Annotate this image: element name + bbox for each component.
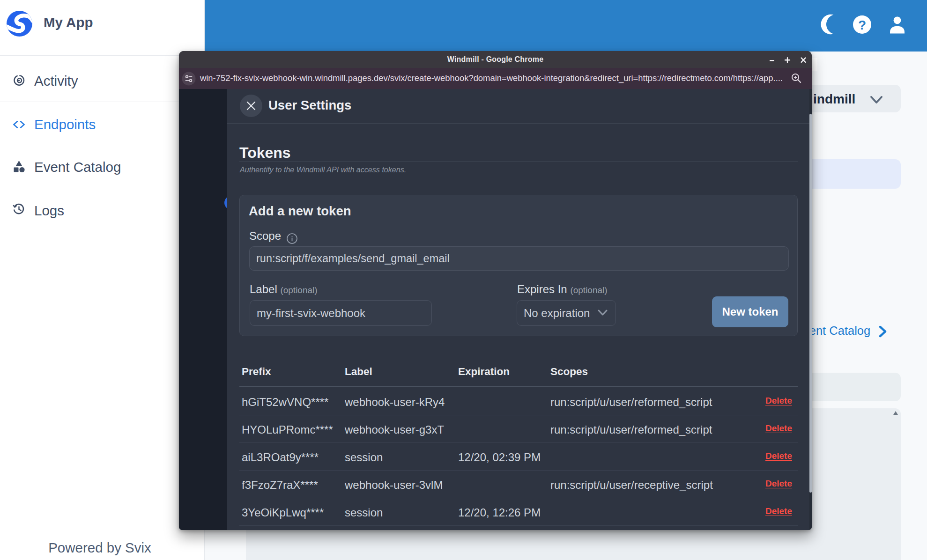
svg-text:?: ? [858, 18, 866, 32]
